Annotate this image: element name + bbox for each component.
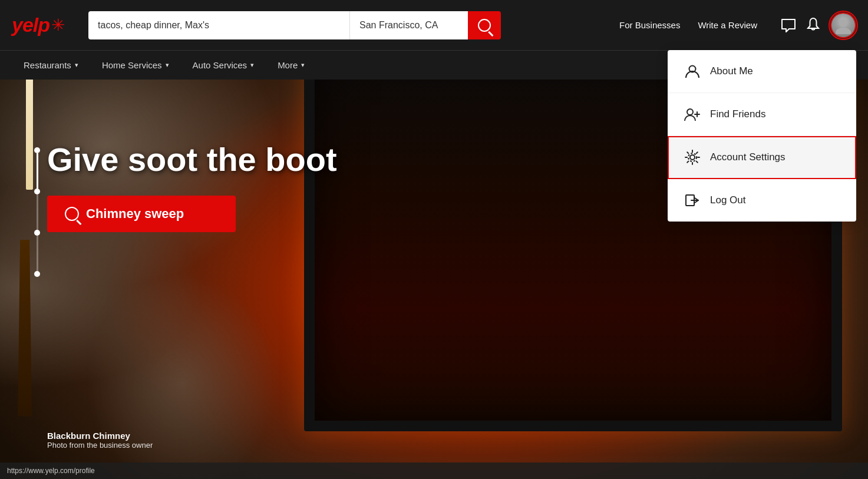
slide-dot-3	[34, 230, 40, 236]
account-settings-icon	[684, 149, 701, 166]
bell-icon	[807, 18, 820, 33]
search-input[interactable]	[88, 11, 349, 39]
account-settings-label: Account Settings	[710, 151, 786, 163]
dropdown-item-find-friends[interactable]: Find Friends	[668, 93, 856, 136]
subnav-item-home-services[interactable]: Home Services ▾	[90, 51, 181, 80]
slide-line-2	[37, 194, 38, 230]
svg-point-0	[839, 19, 847, 27]
photo-credit: Blackburn Chimney Photo from the busines…	[47, 431, 153, 450]
for-businesses-link[interactable]: For Businesses	[619, 20, 680, 30]
avatar-image	[831, 14, 855, 37]
slide-dot-1	[34, 147, 40, 153]
chat-icon-button[interactable]	[781, 18, 796, 32]
subnav-item-auto-services[interactable]: Auto Services ▾	[181, 51, 266, 80]
svg-point-4	[690, 155, 695, 160]
find-friends-icon	[684, 106, 701, 123]
gear-icon	[685, 150, 700, 165]
hero-title: Give soot the boot	[47, 141, 337, 178]
person-icon	[685, 64, 700, 79]
svg-point-3	[687, 109, 693, 115]
restaurants-label: Restaurants	[24, 60, 71, 70]
yelp-burst-icon: ✳	[51, 15, 65, 35]
write-review-link[interactable]: Write a Review	[698, 20, 757, 30]
hero-section: Give soot the boot Chimney sweep Blackbu…	[0, 0, 868, 479]
business-name: Blackburn Chimney	[47, 431, 153, 441]
chimney-sweep-label: Chimney sweep	[86, 206, 184, 222]
avatar-icon	[834, 16, 852, 34]
svg-point-1	[836, 28, 851, 34]
search-bar	[88, 11, 501, 39]
slide-dot-2	[34, 189, 40, 194]
status-url: https://www.yelp.com/profile	[7, 467, 95, 475]
restaurants-chevron-icon: ▾	[75, 61, 78, 69]
search-button[interactable]	[468, 11, 501, 39]
home-services-label: Home Services	[102, 60, 162, 70]
nav-icons	[781, 12, 856, 38]
auto-services-label: Auto Services	[193, 60, 247, 70]
search-icon	[478, 19, 491, 32]
candle	[26, 72, 33, 190]
about-me-label: About Me	[710, 65, 753, 77]
slide-line-3	[37, 236, 38, 271]
find-friends-label: Find Friends	[710, 108, 765, 120]
logout-icon	[685, 193, 700, 208]
hero-content: Give soot the boot Chimney sweep	[47, 141, 337, 232]
user-avatar-button[interactable]	[830, 12, 856, 38]
slide-indicator	[34, 147, 40, 277]
navbar: yelp ✳ For Businesses Write a Review	[0, 0, 868, 50]
status-bar: https://www.yelp.com/profile	[0, 463, 868, 479]
subnav-item-restaurants[interactable]: Restaurants ▾	[12, 51, 90, 80]
more-label: More	[278, 60, 298, 70]
dropdown-item-account-settings[interactable]: Account Settings	[668, 136, 856, 179]
slide-dot-4	[34, 271, 40, 277]
more-chevron-icon: ▾	[301, 61, 305, 69]
subnav-item-more[interactable]: More ▾	[266, 51, 316, 80]
slide-line-1	[37, 153, 38, 189]
yelp-logo[interactable]: yelp ✳	[12, 14, 65, 37]
notification-icon-button[interactable]	[807, 18, 820, 33]
chimney-sweep-button[interactable]: Chimney sweep	[47, 196, 236, 232]
auto-services-chevron-icon: ▾	[250, 61, 254, 69]
log-out-icon	[684, 192, 701, 209]
yelp-wordmark: yelp	[12, 14, 49, 37]
chat-icon	[781, 18, 796, 32]
dropdown-item-log-out[interactable]: Log Out	[668, 179, 856, 222]
log-out-label: Log Out	[710, 194, 746, 206]
nav-links: For Businesses Write a Review	[619, 12, 856, 38]
user-dropdown-menu: About Me Find Friends Acco	[668, 50, 856, 222]
location-input[interactable]	[350, 11, 468, 39]
photo-description: Photo from the business owner	[47, 441, 153, 450]
chimney-search-icon	[65, 207, 79, 221]
about-me-icon	[684, 63, 701, 80]
dropdown-item-about-me[interactable]: About Me	[668, 50, 856, 93]
home-services-chevron-icon: ▾	[166, 61, 169, 69]
friends-icon	[684, 107, 701, 122]
